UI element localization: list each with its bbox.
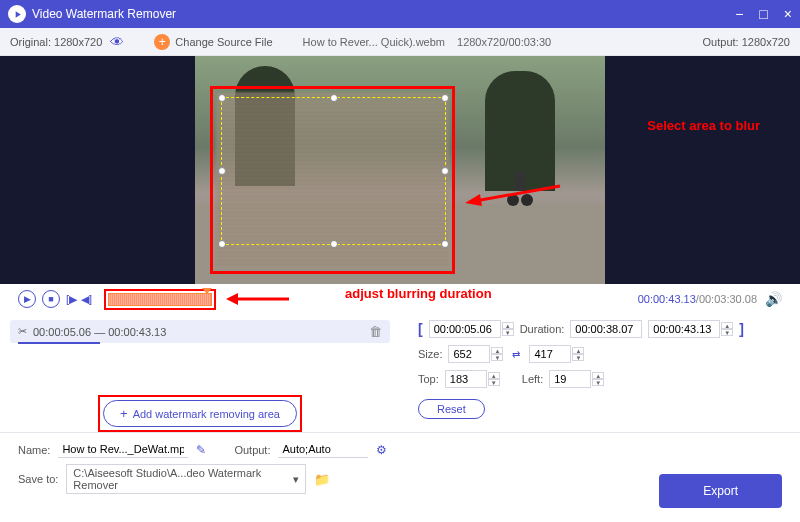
stepper-up[interactable]: ▲	[572, 347, 584, 354]
size-label: Size:	[418, 348, 442, 360]
end-time-input[interactable]	[648, 320, 720, 338]
stepper-down[interactable]: ▼	[572, 354, 584, 361]
height-input[interactable]	[529, 345, 571, 363]
app-title: Video Watermark Remover	[32, 7, 735, 21]
close-icon[interactable]: ×	[784, 6, 792, 22]
resize-handle[interactable]	[441, 94, 449, 102]
edit-name-icon[interactable]: ✎	[196, 443, 206, 457]
crop-icon: ✂	[18, 325, 27, 338]
duration-label: Duration:	[520, 323, 565, 335]
output-name-input[interactable]	[58, 441, 188, 458]
left-input[interactable]	[549, 370, 591, 388]
width-input[interactable]	[448, 345, 490, 363]
stepper-up[interactable]: ▲	[592, 372, 604, 379]
delete-segment-icon[interactable]: 🗑	[369, 324, 382, 339]
titlebar: Video Watermark Remover − □ ×	[0, 0, 800, 28]
blur-selection-rect[interactable]	[221, 97, 446, 245]
open-folder-icon[interactable]: 📁	[314, 472, 330, 487]
app-logo	[8, 5, 26, 23]
segment-item[interactable]: ✂ 00:00:05.06 — 00:00:43.13 🗑	[10, 320, 390, 343]
mark-in-button[interactable]: [▶	[66, 293, 77, 306]
stepper-down[interactable]: ▼	[491, 354, 503, 361]
annotation-box-selection	[210, 86, 455, 274]
saveto-label: Save to:	[18, 473, 58, 485]
stepper-down[interactable]: ▼	[592, 379, 604, 386]
link-aspect-icon[interactable]: ⇄	[512, 349, 520, 360]
source-resolution-duration: 1280x720/00:03:30	[457, 36, 551, 48]
segment-list-panel: ✂ 00:00:05.06 — 00:00:43.13 🗑 + Add wate…	[0, 314, 400, 432]
resize-handle[interactable]	[218, 240, 226, 248]
export-button[interactable]: Export	[659, 474, 782, 508]
arrow-icon	[460, 176, 570, 206]
resize-handle[interactable]	[441, 240, 449, 248]
annotation-box-add-area: + Add watermark removing area	[98, 395, 302, 432]
change-source-label: Change Source File	[175, 36, 272, 48]
annotation-adjust-duration: adjust blurring duration	[345, 286, 492, 301]
svg-marker-0	[465, 194, 482, 206]
output-label: Output:	[234, 444, 270, 456]
original-resolution: Original: 1280x720	[10, 36, 102, 48]
start-time-input[interactable]	[429, 320, 501, 338]
preview-toggle-icon[interactable]: 👁	[110, 34, 124, 50]
output-format-input[interactable]	[278, 441, 368, 458]
output-resolution: Output: 1280x720	[703, 36, 790, 48]
resize-handle[interactable]	[441, 167, 449, 175]
arrow-icon	[224, 291, 294, 307]
toolbar: Original: 1280x720 👁 + Change Source Fil…	[0, 28, 800, 56]
stepper-up[interactable]: ▲	[721, 322, 733, 329]
change-source-button[interactable]: + Change Source File	[154, 34, 272, 50]
stepper-up[interactable]: ▲	[491, 347, 503, 354]
playhead-time: 00:00:43.13/00:03:30.08	[638, 293, 757, 305]
stepper-up[interactable]: ▲	[488, 372, 500, 379]
resize-handle[interactable]	[218, 167, 226, 175]
stop-button[interactable]: ■	[42, 290, 60, 308]
minimize-icon[interactable]: −	[735, 6, 743, 22]
stepper-down[interactable]: ▼	[502, 329, 514, 336]
top-input[interactable]	[445, 370, 487, 388]
volume-icon[interactable]: 🔊	[765, 291, 782, 307]
annotation-select-area: Select area to blur	[647, 118, 760, 133]
saveto-dropdown[interactable]: C:\Aiseesoft Studio\A...deo Watermark Re…	[66, 464, 306, 494]
maximize-icon[interactable]: □	[759, 6, 767, 22]
annotation-box-duration	[104, 289, 216, 310]
resize-handle[interactable]	[330, 94, 338, 102]
timeline-segment[interactable]	[108, 293, 212, 306]
set-start-button[interactable]: [	[418, 321, 423, 337]
resize-handle[interactable]	[218, 94, 226, 102]
plus-icon: +	[120, 406, 128, 421]
resize-handle[interactable]	[330, 240, 338, 248]
left-label: Left:	[522, 373, 543, 385]
set-end-button[interactable]: ]	[739, 321, 744, 337]
stepper-down[interactable]: ▼	[488, 379, 500, 386]
play-button[interactable]: ▶	[18, 290, 36, 308]
chevron-down-icon: ▾	[293, 473, 299, 486]
stepper-down[interactable]: ▼	[721, 329, 733, 336]
svg-marker-1	[226, 293, 238, 305]
reset-button[interactable]: Reset	[418, 399, 485, 419]
mark-out-button[interactable]: ◀]	[81, 293, 92, 306]
source-filename: How to Rever... Quick).webm	[303, 36, 445, 48]
plus-icon: +	[154, 34, 170, 50]
output-settings-icon[interactable]: ⚙	[376, 443, 387, 457]
top-label: Top:	[418, 373, 439, 385]
video-preview[interactable]	[0, 56, 800, 284]
duration-input[interactable]	[570, 320, 642, 338]
segment-range: 00:00:05.06 — 00:00:43.13	[33, 326, 166, 338]
name-label: Name:	[18, 444, 50, 456]
timeline-track[interactable]	[104, 289, 216, 310]
stepper-up[interactable]: ▲	[502, 322, 514, 329]
parameters-panel: [ ▲▼ Duration: ▲▼ ] Size: ▲▼ ⇄ ▲▼ Top: ▲…	[400, 314, 800, 432]
add-watermark-area-button[interactable]: + Add watermark removing area	[103, 400, 297, 427]
